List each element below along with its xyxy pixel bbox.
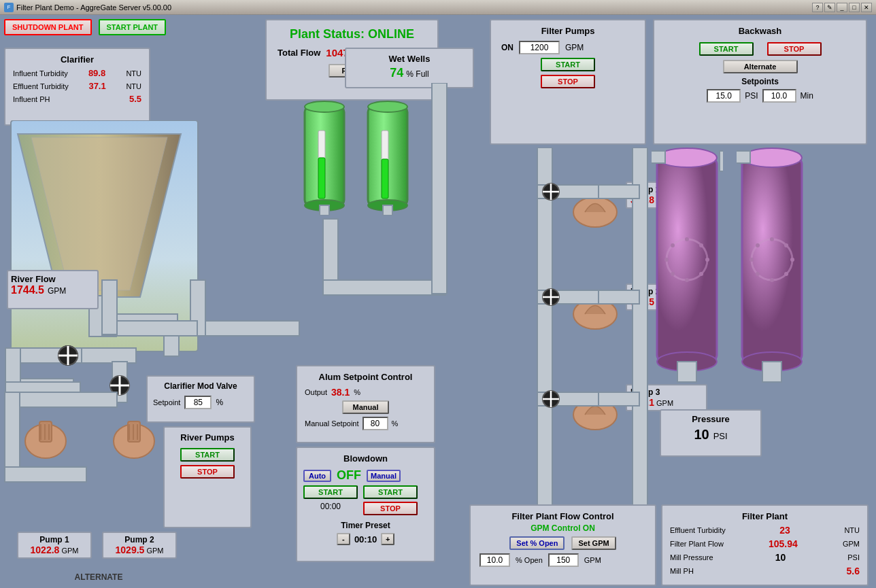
svg-point-72 <box>784 272 788 276</box>
filter-pumps-gpm-input[interactable] <box>519 41 560 54</box>
filter-pump3-area: Pump 3 361.1 GPM <box>571 387 619 434</box>
fp-mill-ph-label: Mill PH <box>670 567 694 575</box>
svg-rect-59 <box>720 151 723 171</box>
blowdown-start-left-button[interactable]: START <box>303 485 358 499</box>
help-button[interactable]: ? <box>812 3 823 12</box>
backwash-min-unit: Min <box>801 91 813 101</box>
edit-button[interactable]: ✎ <box>824 3 835 12</box>
fp-flow-unit: GPM <box>843 540 860 548</box>
svg-rect-73 <box>762 362 781 382</box>
svg-point-49 <box>685 237 689 241</box>
wet-wells-value: 74 <box>390 66 403 80</box>
svg-rect-75 <box>537 148 552 521</box>
alum-output-value: 38.1 <box>331 387 350 398</box>
svg-point-81 <box>543 289 559 305</box>
close-button[interactable]: ✕ <box>861 3 872 12</box>
filter-pump2-icon <box>571 287 619 331</box>
percent-open-input[interactable] <box>479 553 510 567</box>
filter-tanks <box>652 148 808 440</box>
backwash-stop-button[interactable]: STOP <box>767 42 822 56</box>
svg-rect-92 <box>323 219 338 287</box>
pressure-value: 10 <box>694 427 709 443</box>
fp-flow-label: Filter Plant Flow <box>670 540 724 548</box>
mod-valve-setpoint-input[interactable] <box>184 396 212 409</box>
filter-pump3-value: 361.1 <box>630 397 654 408</box>
alum-title: Alum Setpoint Control <box>301 370 431 384</box>
river-pump2-label: Pump 2 <box>107 535 172 544</box>
river-flow-panel: River Flow 1744.5 GPM <box>7 270 99 309</box>
blowdown-stop-button[interactable]: STOP <box>363 502 418 515</box>
svg-point-30 <box>305 101 344 112</box>
svg-point-50 <box>685 278 689 282</box>
shutdown-plant-button[interactable]: SHUTDOWN PLANT <box>4 19 92 35</box>
filter-pumps-panel: Filter Pumps ON GPM START STOP <box>490 19 646 145</box>
backwash-alternate-button[interactable]: Alternate <box>723 60 798 73</box>
backwash-start-button[interactable]: START <box>699 42 754 56</box>
svg-rect-58 <box>652 151 665 163</box>
svg-point-77 <box>543 184 559 200</box>
filter-tank1 <box>652 148 723 440</box>
river-pumps-panel: River Pumps START STOP <box>163 426 252 528</box>
svg-point-69 <box>756 243 760 247</box>
svg-point-66 <box>770 278 774 282</box>
backwash-psi-input[interactable] <box>707 89 741 103</box>
filter-pumps-on-label: ON <box>501 43 513 52</box>
fp-effluent-turbidity-label: Effluent Turbidity <box>670 526 726 534</box>
svg-point-54 <box>699 243 703 247</box>
river-pump1-icon <box>20 416 71 467</box>
effluent-turbidity-label: Effluent Turbidity <box>13 82 69 90</box>
flow-control-status: GPM Control ON <box>474 523 652 533</box>
influent-ph-value: 5.5 <box>129 94 141 104</box>
svg-rect-18 <box>5 382 80 397</box>
blowdown-auto-button[interactable]: Auto <box>303 470 331 482</box>
window-title: Filter Plant Demo - AggreGate Server v5.… <box>16 3 171 12</box>
filter-pump3-icon <box>571 387 619 432</box>
pressure-panel: Pressure 10 PSI <box>660 409 762 457</box>
filter-pump1-value: 350.8 <box>630 194 654 205</box>
set-gpm-button[interactable]: Set GPM <box>571 536 616 550</box>
svg-point-52 <box>705 258 709 262</box>
timer-decrement-button[interactable]: - <box>337 533 350 545</box>
svg-point-46 <box>657 148 717 167</box>
influent-ph-label: Influent PH <box>13 95 50 103</box>
blowdown-start-right-button[interactable]: START <box>363 485 418 499</box>
pressure-title: Pressure <box>664 414 757 424</box>
svg-point-70 <box>784 243 788 247</box>
minimize-button[interactable]: _ <box>837 3 847 12</box>
timer-increment-button[interactable]: + <box>381 533 394 545</box>
percent-open-unit: % Open <box>516 556 543 564</box>
start-plant-button[interactable]: START PLANT <box>99 19 167 35</box>
svg-rect-101 <box>5 467 86 482</box>
plant-status-value: ONLINE <box>368 27 414 41</box>
alum-setpoint-panel: Alum Setpoint Control Output 38.1 % Manu… <box>296 365 435 443</box>
river-pumps-stop-button[interactable]: STOP <box>180 465 235 479</box>
alum-manual-setpoint-input[interactable] <box>363 417 388 430</box>
alum-mode-button[interactable]: Manual <box>342 400 390 414</box>
blowdown-manual-button[interactable]: Manual <box>367 470 401 482</box>
maximize-button[interactable]: □ <box>849 3 860 12</box>
svg-point-55 <box>671 272 675 276</box>
set-percent-open-button[interactable]: Set % Open <box>509 536 565 550</box>
gpm-value-input[interactable] <box>548 553 579 567</box>
wet-well-tank2 <box>363 97 414 215</box>
backwash-psi-unit: PSI <box>745 91 758 101</box>
svg-point-56 <box>699 272 703 276</box>
app-icon: F <box>4 3 14 12</box>
river-pump2-icon <box>109 416 160 467</box>
fp-mill-pressure-value: 10 <box>775 552 786 563</box>
mod-valve-unit: % <box>216 398 223 407</box>
backwash-min-input[interactable] <box>762 89 796 103</box>
svg-rect-39 <box>382 159 388 198</box>
top-buttons: SHUTDOWN PLANT START PLANT <box>4 19 166 35</box>
wet-wells-title: Wet Wells <box>349 52 470 66</box>
river-pumps-start-button[interactable]: START <box>180 448 235 462</box>
filter-pumps-start-button[interactable]: START <box>541 58 595 71</box>
influent-turbidity-unit: NTU <box>126 69 141 77</box>
flow-control-title: Filter Plant Flow Control <box>474 509 652 523</box>
svg-rect-57 <box>677 362 696 382</box>
wet-wells-unit: % Full <box>406 69 428 79</box>
svg-point-68 <box>790 258 794 262</box>
filter-pumps-stop-button[interactable]: STOP <box>541 75 595 88</box>
mod-valve-setpoint-label: Setpoint <box>153 398 180 407</box>
filter-plant-title: Filter Plant <box>666 509 864 523</box>
